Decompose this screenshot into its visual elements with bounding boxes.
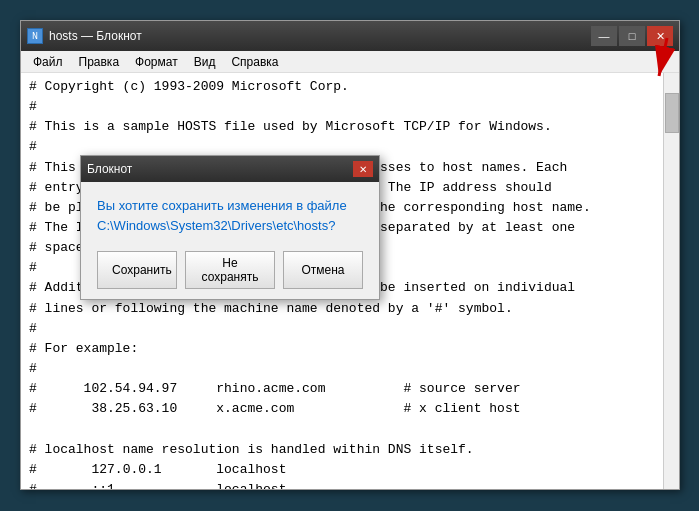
title-bar-left: N hosts — Блокнот (27, 28, 142, 44)
save-button[interactable]: Сохранить (97, 251, 177, 289)
save-dialog: Блокнот ✕ Вы хотите сохранить изменения … (80, 155, 380, 300)
minimize-button[interactable]: — (591, 26, 617, 46)
menu-edit[interactable]: Правка (71, 53, 128, 71)
vertical-scrollbar[interactable] (663, 73, 679, 489)
cancel-button[interactable]: Отмена (283, 251, 363, 289)
menu-format[interactable]: Формат (127, 53, 186, 71)
dialog-close-button[interactable]: ✕ (353, 161, 373, 177)
menu-file[interactable]: Файл (25, 53, 71, 71)
title-bar-buttons: — □ ✕ (591, 26, 673, 46)
dialog-title: Блокнот (87, 162, 132, 176)
scrollbar-thumb[interactable] (665, 93, 679, 133)
dialog-buttons: Сохранить Не сохранять Отмена (97, 251, 363, 289)
dialog-message-line1: Вы хотите сохранить изменения в файле (97, 198, 347, 213)
maximize-button[interactable]: □ (619, 26, 645, 46)
dialog-title-bar: Блокнот ✕ (81, 156, 379, 182)
dialog-message-line2: C:\Windows\System32\Drivers\etc\hosts? (97, 218, 335, 233)
close-button[interactable]: ✕ (647, 26, 673, 46)
dialog-body: Вы хотите сохранить изменения в файле C:… (81, 182, 379, 299)
menu-view[interactable]: Вид (186, 53, 224, 71)
notepad-icon: N (27, 28, 43, 44)
title-bar: N hosts — Блокнот — □ ✕ (21, 21, 679, 51)
menu-help[interactable]: Справка (223, 53, 286, 71)
no-save-button[interactable]: Не сохранять (185, 251, 275, 289)
window-title: hosts — Блокнот (49, 29, 142, 43)
menu-bar: Файл Правка Формат Вид Справка (21, 51, 679, 73)
dialog-message: Вы хотите сохранить изменения в файле C:… (97, 196, 363, 235)
